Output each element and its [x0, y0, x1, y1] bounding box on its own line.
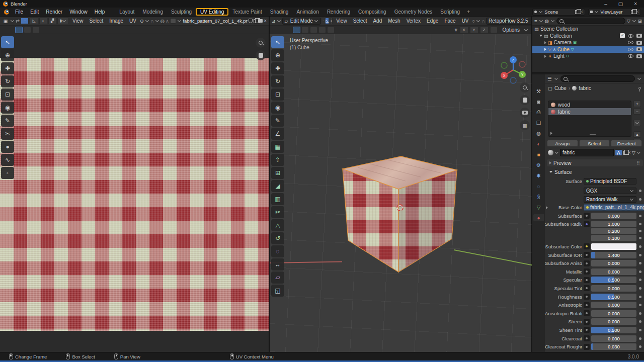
grab-tool-icon[interactable]: ● [1, 141, 14, 153]
select-mode-face[interactable]: ▪ [330, 18, 333, 24]
vp-select-box-mode-extend[interactable] [301, 27, 309, 33]
outliner-row-collection[interactable]: ▤ Collection ✓ [532, 33, 644, 40]
keyframe-dot[interactable] [639, 337, 641, 340]
select-mode-vertex[interactable]: ∙ [322, 18, 324, 24]
shear-tool-icon[interactable]: ▱ [271, 272, 284, 284]
move-slot-up-button[interactable]: ▲ [633, 131, 641, 138]
transform-tool-icon[interactable]: ◉ [271, 102, 284, 114]
browse-material-icon[interactable] [548, 150, 553, 155]
view-layer-selector[interactable]: ViewLayer × [588, 9, 641, 16]
cursor-2d-tool-icon[interactable]: ⊕ [1, 49, 14, 61]
tab-rendering[interactable]: Rendering [323, 9, 354, 15]
uv-select-mode-island[interactable]: ▞ [48, 18, 56, 24]
eye-icon[interactable] [628, 41, 633, 44]
subsurface-radius-y-slider[interactable]: 0.200 [591, 228, 636, 234]
proportional-editing-icon[interactable]: ◎ [160, 18, 165, 24]
keyframe-dot[interactable] [639, 287, 641, 290]
menu-help[interactable]: Help [91, 9, 109, 15]
subsurface-method-dropdown[interactable]: Random Walk [584, 196, 636, 203]
subsurface-radius-x-slider[interactable]: 1.000 [591, 221, 636, 227]
mode-dropdown[interactable]: ▱ Edit Mode [282, 18, 321, 25]
tab-output[interactable]: ⎙ [533, 109, 544, 116]
add-cube-tool-icon[interactable]: ▦ [271, 141, 284, 153]
clearcoat-roughness-slider[interactable]: 0.030 [591, 343, 636, 350]
material-specials-icon[interactable]: ▽ [632, 150, 635, 155]
anisotropic-slider[interactable]: 0.000 [591, 302, 636, 308]
uv-menu-uv[interactable]: UV [127, 18, 139, 24]
tab-sculpting[interactable]: Sculpting [167, 9, 196, 15]
subsurface-slider[interactable]: 0.000 [591, 213, 636, 219]
outliner-search-input[interactable] [556, 18, 625, 24]
vp-menu-select[interactable]: Select [351, 18, 370, 24]
vp-menu-mesh[interactable]: Mesh [385, 18, 403, 24]
display-mode-icon[interactable]: ≡ [534, 18, 537, 24]
image-browse-icon[interactable] [170, 18, 176, 24]
subsurface-radius-z-slider[interactable]: 0.100 [591, 235, 636, 241]
scale-tool-icon[interactable]: ⊡ [1, 88, 14, 101]
spin-tool-icon[interactable]: ↺ [271, 232, 284, 244]
preview-panel-header[interactable]: Preview ⠿ [547, 159, 643, 166]
keyframe-dot[interactable] [639, 345, 641, 348]
minimize-button[interactable]: – [604, 1, 607, 7]
keyframe-dot[interactable] [639, 254, 641, 256]
metallic-slider[interactable]: 0.000 [591, 268, 636, 275]
vp-select-box-mode-subtract[interactable] [310, 27, 317, 33]
tab-texture-paint[interactable]: Texture Paint [228, 9, 266, 15]
bevel-tool-icon[interactable]: ◢ [271, 180, 284, 192]
tab-geometry-nodes[interactable]: Geometry Nodes [390, 9, 437, 15]
filter-object-icon[interactable]: ◍ [545, 18, 549, 24]
move-tool-icon[interactable]: ✚ [1, 62, 14, 74]
surface-panel-header[interactable]: Surface [547, 168, 643, 175]
new-material-icon[interactable] [623, 151, 627, 155]
pinch-tool-icon[interactable]: ◦ [1, 167, 14, 179]
expand-icon[interactable] [544, 55, 546, 58]
collection-checkbox[interactable]: ✓ [620, 33, 625, 38]
camera-render-icon[interactable] [636, 41, 642, 45]
keyframe-dot[interactable] [639, 245, 641, 248]
rip-region-tool-icon[interactable]: ✂ [1, 128, 14, 140]
rotate-tool-icon[interactable]: ↻ [271, 75, 284, 87]
uv-image-canvas[interactable] [0, 58, 269, 331]
uv-select-box-mode-extend[interactable] [24, 27, 31, 33]
eye-icon[interactable] [628, 34, 633, 38]
vp-zoom-button[interactable] [520, 82, 530, 93]
select-mode-edge[interactable]: ◺ [325, 18, 329, 24]
keyframe-dot[interactable] [639, 215, 641, 217]
uv-select-box-mode-subtract[interactable] [32, 27, 40, 33]
uv-select-mode-face[interactable]: ▪ [39, 18, 47, 24]
menu-edit[interactable]: Edit [27, 9, 42, 15]
vp-menu-add[interactable]: Add [370, 18, 384, 24]
expand-icon[interactable] [539, 35, 542, 37]
vp-menu-edge[interactable]: Edge [424, 18, 441, 24]
cube-object[interactable] [340, 155, 461, 281]
inset-faces-tool-icon[interactable]: ⊞ [271, 167, 284, 179]
tab-view-layer[interactable]: ❏ [533, 119, 544, 126]
uv-select-mode-edge[interactable]: ◺ [30, 18, 38, 24]
keyframe-dot[interactable] [639, 237, 641, 239]
falloff-gradient-icon[interactable] [490, 27, 498, 33]
uv-sync-select-icon[interactable]: ⇄ [16, 18, 20, 24]
mirror-x-button[interactable]: X [460, 27, 468, 33]
sheen-slider[interactable]: 0.000 [591, 318, 636, 325]
mirror-z-button[interactable]: Z [480, 27, 489, 33]
move-tool-icon[interactable]: ✚ [271, 62, 284, 74]
tab-render[interactable]: ◙ [533, 98, 544, 105]
expand-icon[interactable] [546, 206, 548, 209]
rip-region-tool-icon[interactable]: ◱ [271, 285, 284, 297]
tweak-select-box-tool-icon[interactable]: ↖ [1, 36, 14, 48]
camera-render-icon[interactable] [636, 34, 642, 38]
gizmo-y-neg[interactable] [501, 62, 507, 68]
vp-menu-uv[interactable]: UV [459, 18, 471, 24]
eye-icon[interactable] [628, 54, 633, 58]
eye-icon[interactable] [628, 48, 633, 51]
annotate-tool-icon[interactable]: ✎ [1, 115, 14, 127]
loop-cut-tool-icon[interactable]: ▥ [271, 193, 284, 205]
properties-search-input[interactable] [560, 75, 635, 82]
surface-shader-button[interactable]: Principled BSDF [584, 178, 636, 185]
uv-menu-select[interactable]: Select [87, 18, 106, 24]
slot-specials-menu[interactable] [633, 120, 641, 126]
menu-file[interactable]: File [12, 9, 27, 15]
tab-material[interactable]: ● [533, 214, 544, 221]
keyframe-dot[interactable] [639, 329, 641, 331]
clearcoat-slider[interactable]: 0.000 [591, 335, 636, 342]
